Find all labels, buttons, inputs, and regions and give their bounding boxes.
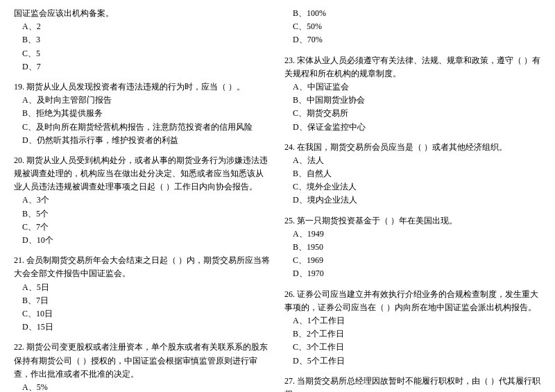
question-block-intro: 国证监会应该出机构备案。 A、2 B、3 C、5 D、7 — [14, 7, 271, 74]
question-block-q25: 25. 第一只期货投资基金于（ ）年在美国出现。 A、1949 B、1950 C… — [284, 214, 541, 281]
question-text-q19: 19. 期货从业人员发现投资者有违法违规的行为时，应当（ ）。 — [14, 80, 271, 94]
question-text-q20: 20. 期货从业人员受到机构处分，或者从事的期货业务行为涉嫌违法违规被调查处理的… — [14, 154, 271, 194]
question-block-q19: 19. 期货从业人员发现投资者有违法违规的行为时，应当（ ）。 A、及时向主管部… — [14, 80, 271, 147]
option: A、1949 — [293, 228, 541, 241]
question-text-q23: 23. 宋体从业人员必须遵守有关法律、法规、规章和政策，遵守（ ）有关规程和所在… — [284, 54, 541, 80]
question-text-q21: 21. 会员制期货交易所年会大会结束之日起（ ）内，期货交易所应当将大会全部文件… — [14, 254, 271, 280]
question-text-intro: 国证监会应该出机构备案。 — [14, 7, 271, 20]
question-block-q26: 26. 证券公司应当建立并有效执行介绍业务的合规检查制度，发生重大事项的，证券公… — [284, 288, 541, 368]
option: C、5 — [22, 47, 271, 60]
option: D、15日 — [22, 321, 271, 334]
option: D、10个 — [22, 234, 271, 247]
option: B、2个工作日 — [293, 327, 541, 341]
option: C、及时向所在期货经营机构报告，注意防范投资者的信用风险 — [22, 121, 271, 134]
option: B、3 — [22, 33, 271, 46]
question-block-q21: 21. 会员制期货交易所年会大会结束之日起（ ）内，期货交易所应当将大会全部文件… — [14, 254, 271, 334]
option: B、1950 — [293, 241, 541, 254]
option: D、7 — [22, 60, 271, 74]
question-text-q26: 26. 证券公司应当建立并有效执行介绍业务的合规检查制度，发生重大事项的，证券公… — [284, 288, 541, 314]
question-block-q22-cont: B、100% C、50% D、70% — [284, 7, 541, 47]
option: C、期货交易所 — [293, 107, 541, 120]
option: A、中国证监会 — [293, 80, 541, 94]
option: A、及时向主管部门报告 — [22, 94, 271, 107]
option: B、5个 — [22, 207, 271, 221]
option: A、3个 — [22, 194, 271, 207]
option: D、仍然听其指示行事，维护投资者的利益 — [22, 134, 271, 147]
question-text-q25: 25. 第一只期货投资基金于（ ）年在美国出现。 — [284, 214, 541, 228]
question-text-q27: 27. 当期货交易所总经理因故暂时不能履行职权时，由（ ）代其履行职权。 — [284, 375, 541, 392]
option: B、7日 — [22, 294, 271, 307]
option: C、50% — [293, 20, 541, 33]
option: D、境内企业法人 — [293, 194, 541, 207]
question-text-q22: 22. 期货公司变更股权或者注册资本，单个股东或者有关联系系的股东保持有期货公司… — [14, 341, 271, 381]
right-column: B、100% C、50% D、70% 23. 宋体从业人员必须遵守有关法律、法规… — [284, 7, 541, 392]
option: A、5日 — [22, 281, 271, 294]
option: C、1969 — [293, 254, 541, 267]
option: A、1个工作日 — [293, 314, 541, 327]
option: B、自然人 — [293, 167, 541, 180]
option: D、保证金监控中心 — [293, 121, 541, 134]
question-block-q20: 20. 期货从业人员受到机构处分，或者从事的期货业务行为涉嫌违法违规被调查处理的… — [14, 154, 271, 247]
option: C、7个 — [22, 221, 271, 234]
option: A、法人 — [293, 154, 541, 167]
option: C、境外企业法人 — [293, 180, 541, 194]
option: A、2 — [22, 20, 271, 33]
option: B、中国期货业协会 — [293, 94, 541, 107]
page-content: 国证监会应该出机构备案。 A、2 B、3 C、5 D、7 19. 期货从业人员发… — [14, 7, 541, 392]
option: D、70% — [293, 33, 541, 46]
question-text-q24: 24. 在我国，期货交易所会员应当是（ ）或者其他经济组织。 — [284, 141, 541, 154]
option: D、1970 — [293, 267, 541, 280]
question-block-q23: 23. 宋体从业人员必须遵守有关法律、法规、规章和政策，遵守（ ）有关规程和所在… — [284, 54, 541, 134]
option: A、5% — [22, 381, 271, 392]
option: B、拒绝为其提供服务 — [22, 107, 271, 120]
option: C、3个工作日 — [293, 341, 541, 354]
option: D、5个工作日 — [293, 355, 541, 368]
question-block-q27: 27. 当期货交易所总经理因故暂时不能履行职权时，由（ ）代其履行职权。 — [284, 375, 541, 392]
question-block-q22: 22. 期货公司变更股权或者注册资本，单个股东或者有关联系系的股东保持有期货公司… — [14, 341, 271, 392]
left-column: 国证监会应该出机构备案。 A、2 B、3 C、5 D、7 19. 期货从业人员发… — [14, 7, 271, 392]
question-block-q24: 24. 在我国，期货交易所会员应当是（ ）或者其他经济组织。 A、法人 B、自然… — [284, 141, 541, 207]
option: B、100% — [293, 7, 541, 20]
option: C、10日 — [22, 307, 271, 321]
